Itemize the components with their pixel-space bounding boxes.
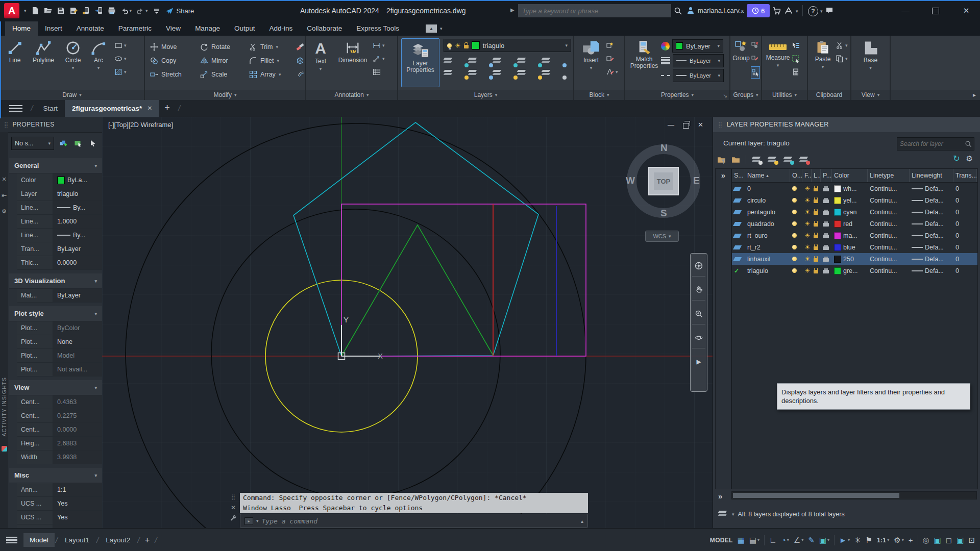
layer-unlock-icon[interactable]	[517, 67, 542, 79]
layer-plot-icon[interactable]	[823, 235, 829, 238]
insert-block-button[interactable]: Insert▾	[576, 37, 606, 89]
property-row-plot-bycolor[interactable]: Plot...ByColor	[17, 321, 102, 335]
modify-array-button[interactable]: Array▾	[249, 70, 296, 79]
layer-plot-icon[interactable]	[823, 199, 829, 203]
layer-lock-icon[interactable]	[814, 211, 818, 215]
ribbon-tab-manage[interactable]: Manage	[188, 21, 227, 36]
property-row-mat-bylayer[interactable]: Mat...ByLayer	[17, 289, 102, 303]
group-selection-toggle-icon[interactable]	[751, 66, 760, 79]
selection-dropdown[interactable]: No s...▾	[11, 137, 54, 150]
group-edit-icon[interactable]	[751, 53, 760, 64]
layer-color-cell[interactable]: ma...	[832, 232, 868, 239]
cart-icon[interactable]	[772, 7, 780, 15]
command-recent-caret-icon[interactable]: ▾	[256, 518, 259, 523]
lpm-bottom-expand-icon[interactable]: »	[718, 492, 722, 500]
layer-row-linhauxil[interactable]: linhauxil☀250Continu...Defa...0	[732, 253, 977, 265]
command-icon[interactable]: ▸	[244, 517, 253, 525]
property-row-line-1-0000[interactable]: Line...1.0000	[17, 215, 102, 229]
properties-section-view[interactable]: View▾	[9, 380, 102, 395]
cut-icon[interactable]: ▾	[836, 40, 848, 51]
polyline-button[interactable]: Polyline	[28, 37, 59, 89]
viewport-controls-label[interactable]: [-][Top][2D Wireframe]	[108, 121, 173, 129]
object-color-dropdown[interactable]: ByLayer▾	[672, 39, 723, 53]
modify-copy-button[interactable]: Copy	[150, 57, 200, 65]
model-space-drawing[interactable]: Y X	[102, 117, 713, 528]
command-customize-wrench-icon[interactable]	[230, 515, 237, 522]
linear-dimension-icon[interactable]: ▾	[373, 40, 385, 51]
lpm-column-l[interactable]: L...	[812, 169, 821, 182]
layer-lock-icon[interactable]	[814, 270, 818, 273]
new-layer-vp-frozen-icon[interactable]	[783, 156, 794, 164]
outer-construction-circle[interactable]	[126, 123, 586, 528]
layer-states-icon[interactable]	[752, 156, 762, 164]
undo-button[interactable]: ▾	[120, 7, 132, 15]
property-row-cent-0-2275[interactable]: Cent...0.2275	[17, 409, 102, 423]
rectangle-tool-icon[interactable]: ▾	[114, 40, 127, 51]
command-grip-icon[interactable]: ⣿	[231, 494, 235, 500]
property-row-plot-model[interactable]: Plot...Model	[17, 349, 102, 363]
layer-off-icon[interactable]	[444, 55, 468, 66]
polar-tracking-icon[interactable]: ◔▾	[781, 536, 789, 544]
layer-on-icon[interactable]	[792, 233, 797, 238]
snap-mode-icon[interactable]: ▤▾	[749, 536, 760, 544]
modify-panel-footer[interactable]: Modify▾	[145, 90, 305, 100]
ungroup-icon[interactable]	[751, 40, 760, 51]
ribbon-tab-annotate[interactable]: Annotate	[69, 21, 111, 36]
drawing-canvas[interactable]: [-][Top][2D Wireframe] — ✕ Y X N S W E T…	[102, 117, 713, 528]
lineweight-dropdown[interactable]: ByLayer▾	[673, 54, 724, 67]
linetype-dropdown[interactable]: ByLayer▾	[673, 69, 724, 82]
ribbon-scroll-right-icon[interactable]: ▸	[891, 90, 980, 100]
status-customization-icon[interactable]: +	[909, 536, 913, 544]
property-row-layer-triagulo[interactable]: Layertriagulo	[17, 187, 102, 201]
ribbon-tab-view[interactable]: View	[159, 21, 188, 36]
quick-calculator-icon[interactable]	[792, 53, 800, 64]
block-panel-footer[interactable]: Block▾	[574, 90, 624, 100]
quick-select-cursor-icon[interactable]	[87, 138, 99, 148]
arc-button[interactable]: Arc▾	[87, 37, 110, 89]
layer-search-icon[interactable]	[965, 140, 972, 147]
layer-row-triagulo[interactable]: ✓triagulo☀gre...Continu...Defa...0	[732, 265, 977, 277]
utilities-panel-footer[interactable]: Utilities▾	[762, 90, 807, 100]
layer-color-cell[interactable]: red	[832, 220, 868, 228]
app-menu-caret-icon[interactable]: ▾	[24, 8, 27, 13]
modify-move-button[interactable]: Move	[150, 43, 200, 51]
layer-lock-icon[interactable]	[517, 55, 542, 66]
ribbon-minimize-caret-icon[interactable]: ▾	[440, 26, 443, 31]
command-expand-icon[interactable]: ▴	[581, 518, 583, 524]
layer-row-rt-ouro[interactable]: rt_ouro☀ma...Continu...Defa...0	[732, 230, 977, 241]
share-button[interactable]: Share	[165, 7, 194, 15]
property-row-cent-0-0000[interactable]: Cent...0.0000	[17, 423, 102, 437]
lpm-header[interactable]: ⣿ LAYER PROPERTIES MANAGER	[713, 117, 980, 132]
lpm-column-linetype[interactable]: Linetype	[868, 169, 910, 182]
lpm-column-name[interactable]: Name▴	[745, 169, 790, 182]
edit-block-icon[interactable]	[606, 53, 618, 64]
measure-button[interactable]: Measure▾	[764, 37, 792, 89]
annotation-autoscale-icon[interactable]: ⚑	[866, 536, 872, 544]
layer-freeze-icon[interactable]	[493, 55, 517, 66]
layer-on-icon[interactable]	[792, 186, 797, 191]
section-collapse-icon[interactable]: ▾	[94, 473, 97, 478]
activity-insights-icon[interactable]	[2, 446, 7, 452]
autocad-app-logo[interactable]: A	[4, 3, 19, 18]
clean-screen-icon[interactable]: ◻	[946, 536, 952, 544]
property-row-ann-1-1[interactable]: Ann...1:1	[17, 483, 102, 497]
layer-on-icon[interactable]	[444, 67, 468, 79]
inner-construction-circle[interactable]	[211, 209, 500, 498]
minimize-button[interactable]: —	[894, 0, 917, 21]
define-attributes-icon[interactable]: ▾	[606, 66, 618, 78]
delete-layer-icon[interactable]	[799, 156, 810, 164]
property-row-tran-bylayer[interactable]: Tran...ByLayer	[17, 242, 102, 256]
new-drawing-button[interactable]	[31, 7, 39, 15]
property-row-width-3-9938[interactable]: Width3.9938	[17, 450, 102, 464]
help-icon[interactable]: ?	[808, 6, 818, 16]
properties-section-misc[interactable]: Misc▾	[9, 468, 102, 483]
selection-cycling-icon[interactable]: ►▾	[839, 536, 850, 544]
base-button[interactable]: Base▾	[856, 37, 886, 89]
trial-counter-badge[interactable]: 6	[747, 4, 770, 17]
layer-on-icon[interactable]	[792, 198, 797, 203]
command-close-icon[interactable]: ✕	[231, 504, 236, 511]
user-avatar-icon[interactable]	[687, 6, 695, 14]
layout-tab-model[interactable]: Model	[23, 533, 55, 547]
lpm-horizontal-scrollbar[interactable]	[731, 491, 977, 499]
layer-color-cell[interactable]: 250	[832, 256, 868, 263]
